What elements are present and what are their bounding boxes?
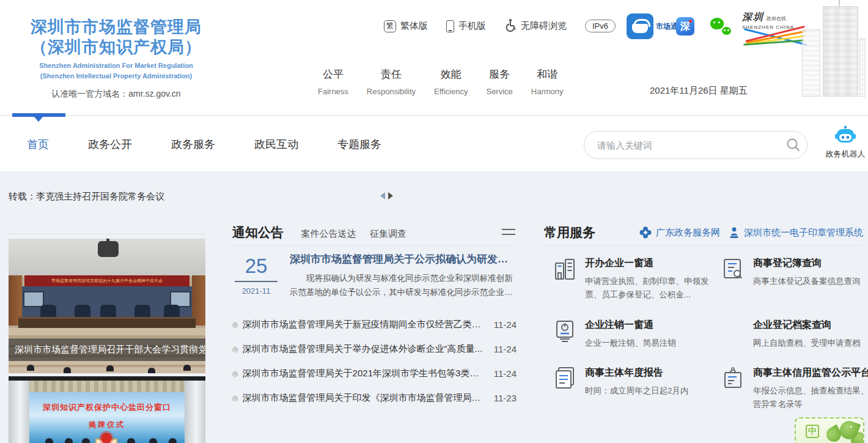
notice-date: 11-24 [494, 368, 517, 379]
floating-green-widget[interactable]: 中 [795, 417, 864, 443]
gov-robot-label: 政务机器人 [823, 149, 868, 160]
service-desc: 网上自助查档、受理申请查档 [753, 337, 861, 350]
nav-public-interaction[interactable]: 政民互动 [254, 137, 298, 152]
value-en: Service [486, 87, 512, 96]
photo-person [40, 305, 56, 318]
wechat-bubble-large [710, 18, 724, 29]
notice-title: 深圳市市场监督管理局关于2021年深圳市学生书包等3类产... [243, 368, 485, 379]
document-search-icon [721, 257, 745, 281]
tab-case-announcements[interactable]: 案件公告送达 [301, 228, 356, 239]
notice-row[interactable]: ◎ 深圳市市场监督管理局关于举办促进体外诊断企业“高质量... 11-24 [232, 337, 517, 361]
photo-head [148, 368, 155, 373]
guangdong-gov-link[interactable]: 广东政务服务网 [639, 226, 720, 239]
notice-row[interactable]: ◎ 深圳市市场监督管理局关于印发《深圳市市场监督管理局商... 11-23 [232, 385, 517, 410]
notice-date: 11-23 [494, 393, 517, 403]
services-header: 常用服务 广东政务服务网 深圳市统一电子印章管理系统 [544, 224, 863, 246]
service-registry-search[interactable]: 商事登记簿查询 商事主体登记及备案信息查询 [721, 257, 868, 302]
zhong-char-icon: 中 [806, 425, 819, 438]
notices-more-icon[interactable] [502, 229, 515, 236]
value-zh: 效能 [434, 67, 468, 81]
service-text: 商事登记簿查询 商事主体登记及备案信息查询 [753, 257, 861, 302]
photo2-head [169, 438, 177, 443]
notice-row[interactable]: ◎ 深圳市市场监督管理局关于新冠疫情期间全市仅经营乙类非... 11-24 [232, 312, 517, 337]
value-service: 服务 Service [486, 67, 512, 96]
eseal-system-link[interactable]: 深圳市统一电子印章管理系统 [729, 227, 863, 239]
ticker-prev-icon[interactable] [380, 192, 385, 199]
traditional-label: 繁体版 [400, 20, 428, 32]
photo2-rosette [101, 433, 112, 443]
value-responsibility: 责任 Responsibility [367, 67, 416, 96]
featured-date-block: 25 2021-11 [234, 255, 279, 296]
phone-icon [446, 20, 454, 32]
service-title: 企业注销一窗通 [585, 319, 676, 332]
photo2-head [149, 438, 157, 443]
market-app-label: 市场通 [656, 21, 678, 32]
services-header-links: 广东政务服务网 深圳市统一电子印章管理系统 [639, 226, 863, 239]
search-input[interactable] [584, 140, 780, 151]
photo-person [164, 305, 180, 318]
photo2-top-strip [9, 376, 205, 381]
tab-surveys[interactable]: 征集调查 [370, 228, 406, 239]
site-title-line1: 深圳市市场监督管理局 [18, 17, 214, 37]
ticker-next-icon[interactable] [388, 192, 393, 199]
photo2-pillar-right [185, 381, 205, 443]
value-en: Harmony [531, 87, 564, 96]
wechat-icon[interactable] [710, 18, 731, 35]
accessibility-link[interactable]: 无障碍浏览 [504, 18, 567, 34]
market-app-link[interactable]: 市场通 [627, 13, 678, 39]
service-annual-report[interactable]: 商事主体年度报告 时间：成立周年之日起2月内 [553, 367, 721, 412]
featured-month: 2021-11 [234, 286, 279, 296]
featured-notice[interactable]: 25 2021-11 深圳市市场监督管理局关于公示拟确认为研发与标... 现将拟… [232, 252, 517, 307]
photo-column-divider [9, 234, 205, 234]
nav-special-topics[interactable]: 专题服务 [337, 137, 381, 152]
service-desc: 时间：成立周年之日起2月内 [585, 384, 689, 398]
photo2-banner-line1: 深圳知识产权保护中心盐田分窗口 [29, 402, 185, 413]
featured-title[interactable]: 深圳市市场监督管理局关于公示拟确认为研发与标... [290, 252, 517, 266]
building-sketch-image [798, 0, 867, 97]
notice-row[interactable]: ◎ 深圳市市场监督管理局关于2021年深圳市学生书包等3类产... 11-24 [232, 361, 517, 385]
featured-date-rule [235, 281, 278, 282]
bullet-icon: ◎ [232, 370, 238, 378]
core-values: 公平 Fairness 责任 Responsibility 效能 Efficie… [318, 67, 564, 96]
photo-person [75, 305, 90, 318]
notice-title: 深圳市市场监督管理局关于举办促进体外诊断企业“高质量... [243, 343, 485, 355]
service-text: 企业注销一窗通 企业一般注销、简易注销 [585, 319, 676, 350]
service-title: 企业登记档案查询 [753, 319, 861, 332]
news-ticker[interactable]: 转载：李克强主持召开国务院常务会议 [9, 191, 164, 203]
bullet-icon: ◎ [232, 394, 238, 402]
photo-caption-bar: 深圳市市场监督管理局召开干部大会学习贯彻党的十... [9, 338, 205, 361]
header-divider [0, 115, 868, 116]
service-desc: 商事主体登记及备案信息查询 [753, 275, 861, 288]
service-open-business[interactable]: 开办企业一窗通 申请营业执照、刻制印章、申领发票、员工参保登记、公积金... [553, 257, 721, 302]
guangdong-gov-label: 广东政务服务网 [656, 227, 720, 239]
nav-gov-services[interactable]: 政务服务 [171, 137, 215, 152]
traditional-badge-icon: 繁 [384, 20, 396, 32]
eseal-system-label: 深圳市统一电子印章管理系统 [744, 227, 863, 239]
nav-home[interactable]: 首页 [27, 137, 49, 152]
search-button[interactable] [780, 132, 807, 158]
nav-gov-disclosure[interactable]: 政务公开 [88, 137, 132, 152]
value-fairness: 公平 Fairness [318, 67, 348, 96]
ishenzhen-app-icon[interactable]: 深 [676, 17, 694, 35]
hanging-sign-icon [721, 367, 745, 391]
gov-robot-widget[interactable]: 政务机器人 [823, 125, 868, 160]
service-credit-platform[interactable]: 商事主体信用监管公示平台 年报公示信息、抽查检查结果、经营异常名录等 [721, 367, 868, 412]
service-title: 商事登记簿查询 [753, 257, 861, 270]
site-logo[interactable]: 深圳市市场监督管理局 （深圳市知识产权局） Shenzhen Administr… [18, 17, 214, 100]
news-photo-meeting[interactable]: 市场监督管理局宣传贯彻党的十九届六中全会精神干部大会 深圳市市场监督管理局召开干… [9, 239, 205, 373]
service-deregistration[interactable]: 企业注销一窗通 企业一般注销、简易注销 [553, 319, 721, 350]
service-archive-search[interactable]: 企业登记档案查询 网上自助查档、受理申请查档 [721, 319, 868, 350]
site-title-en2: (Shenzhen Intellectual Property Administ… [18, 72, 214, 81]
mobile-version-link[interactable]: 手机版 [446, 20, 486, 32]
site-title-en1: Shenzhen Administration For Market Regul… [18, 62, 214, 70]
blank-icon-space [721, 319, 745, 343]
traditional-chinese-link[interactable]: 繁 繁体版 [384, 20, 428, 32]
news-photo-ceremony[interactable]: 深圳知识产权保护中心盐田分窗口 揭牌仪式 [9, 376, 205, 443]
ticker-controls [380, 192, 393, 199]
value-zh: 责任 [367, 67, 416, 81]
notice-title: 深圳市市场监督管理局关于新冠疫情期间全市仅经营乙类非... [243, 319, 485, 330]
ipv6-badge[interactable]: IPv6 [585, 20, 616, 32]
photo2-pillar-left [9, 381, 29, 443]
wechat-bubble-small [722, 27, 731, 35]
photo2-head [127, 438, 135, 443]
